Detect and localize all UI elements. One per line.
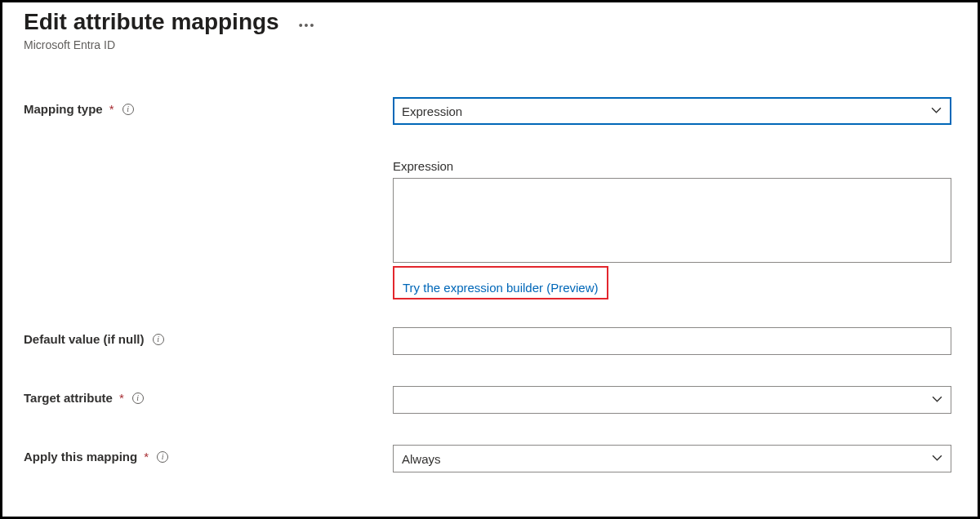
mapping-type-value: Expression [402, 104, 462, 118]
page-title: Edit attribute mappings [24, 9, 279, 35]
row-mapping-type: Mapping type * i Expression [24, 97, 956, 125]
chevron-down-icon [932, 452, 942, 466]
apply-mapping-select[interactable]: Always [393, 445, 951, 472]
label-default-value-text: Default value (if null) [24, 332, 145, 346]
expression-textarea[interactable] [393, 178, 951, 263]
target-attribute-select[interactable] [393, 386, 951, 414]
label-apply-mapping: Apply this mapping * i [24, 445, 393, 464]
label-expression: Expression [393, 159, 951, 173]
info-icon[interactable]: i [153, 334, 164, 345]
label-mapping-type: Mapping type * i [24, 97, 393, 116]
required-marker: * [109, 102, 114, 116]
header: Edit attribute mappings ••• [24, 9, 956, 35]
label-default-value: Default value (if null) i [24, 327, 393, 346]
form: Mapping type * i Expression Expression [24, 97, 956, 472]
expression-builder-link[interactable]: Try the expression builder (Preview) [398, 278, 604, 297]
row-target-attribute: Target attribute * i [24, 386, 956, 414]
info-icon[interactable]: i [122, 104, 134, 115]
label-target-attribute: Target attribute * i [24, 386, 393, 405]
label-mapping-type-text: Mapping type [24, 102, 103, 116]
row-default-value: Default value (if null) i [24, 327, 956, 355]
chevron-down-icon [932, 393, 942, 407]
required-marker: * [119, 391, 124, 405]
more-actions-icon[interactable]: ••• [299, 12, 316, 32]
apply-mapping-value: Always [402, 452, 441, 466]
info-icon[interactable]: i [132, 393, 144, 404]
required-marker: * [144, 450, 149, 464]
mapping-type-select[interactable]: Expression [393, 97, 951, 125]
page-subtitle: Microsoft Entra ID [24, 38, 956, 51]
chevron-down-icon [931, 104, 942, 118]
default-value-input[interactable] [393, 327, 951, 355]
row-apply-mapping: Apply this mapping * i Always [24, 445, 956, 472]
label-target-attribute-text: Target attribute [24, 391, 113, 405]
info-icon[interactable]: i [157, 451, 168, 463]
row-expression: Expression Try the expression builder (P… [24, 148, 956, 299]
expression-builder-highlight: Try the expression builder (Preview) [393, 266, 608, 299]
page-frame: Edit attribute mappings ••• Microsoft En… [0, 0, 980, 519]
label-apply-mapping-text: Apply this mapping [24, 450, 137, 464]
